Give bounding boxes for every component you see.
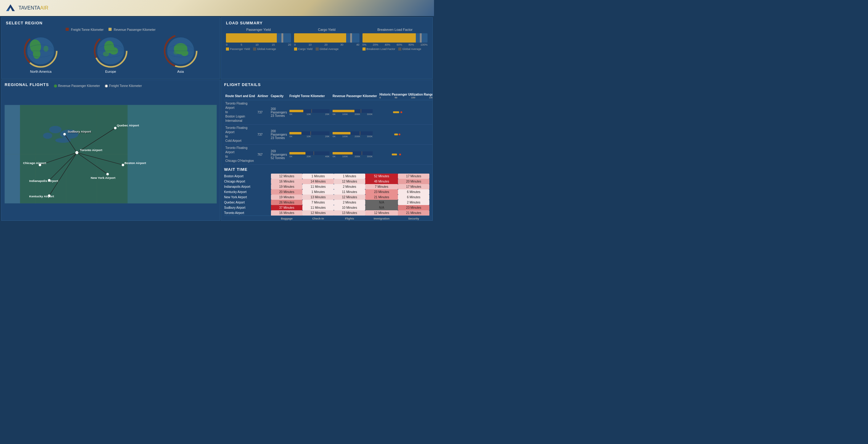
- wt-airport-name-0: Boston Airport: [224, 174, 271, 179]
- logo: TAVENTAAIR: [5, 2, 49, 13]
- globe-north-america[interactable]: North America: [24, 34, 58, 73]
- breakeven-title: Breakeven Load Factor: [363, 28, 428, 31]
- radio-rpk-circle: [54, 85, 57, 88]
- wt-cell-0-5: 17 Minutes: [398, 174, 429, 179]
- passenger-yield-avg-tick: [281, 33, 283, 42]
- radio-rpk[interactable]: Revenue Passenger Kilometer: [54, 84, 100, 88]
- wt-cell-3-5: 6 Minutes: [398, 189, 429, 195]
- wt-airport-name-7: Toronto Airport: [224, 210, 271, 216]
- globe-eu-svg: [94, 34, 128, 68]
- wt-cell-2-4: 7 Minutes: [365, 184, 398, 189]
- header: TAVENTAAIR: [0, 0, 434, 16]
- globe-europe[interactable]: Europe: [94, 34, 128, 73]
- right-column: FLIGHT DETAILS Route Start and End Airli…: [221, 80, 433, 221]
- cargo-yield-axis: 0 10 20 30 40: [294, 43, 359, 46]
- rpk-dot: [108, 28, 112, 31]
- fd-route-2: Toronto Floating AirporttoChicago O'Hari…: [224, 145, 256, 165]
- wt-cell-5-4: N/A: [365, 200, 398, 205]
- wt-cell-1-2: 14 Minutes: [302, 179, 334, 184]
- fd-route-0: Toronto Floating AirporttoBoston Logain …: [224, 100, 256, 124]
- wt-airport-name-6: Sudbury Airport: [224, 205, 271, 210]
- wt-cell-5-1: 26 Minutes: [271, 200, 302, 205]
- wt-cell-1-4: 48 Minutes: [365, 179, 398, 184]
- svg-text:Sudbury Airport: Sudbury Airport: [67, 130, 91, 133]
- avg-color: [253, 48, 256, 51]
- region-legend: Freight Tonne Kilometer Revenue Passenge…: [6, 28, 215, 31]
- wt-row-5: Quebec Airport26 Minutes7 Minutes2 Minut…: [224, 200, 429, 205]
- wt-airport-name-2: Indianapolis Airport: [224, 184, 271, 189]
- wt-cell-4-3: 12 Minutes: [334, 195, 365, 200]
- logo-text: TAVENTAAIR: [19, 5, 49, 11]
- wt-cell-7-5: 21 Minutes: [398, 210, 429, 216]
- fd-table-header: Route Start and End Airliner Capacity Fr…: [224, 92, 432, 100]
- fd-row-1: Toronto Floating AirporttoCold Airport73…: [224, 124, 432, 145]
- cargo-yield-avg-tick: [350, 33, 352, 42]
- col-rpk: Revenue Passenger Kilometer: [331, 92, 378, 100]
- flight-details-table: Route Start and End Airliner Capacity Fr…: [224, 92, 432, 165]
- wait-time-section: WAIT TIME Boston Airport12 Minutes1 Minu…: [221, 165, 432, 220]
- flight-details-table-wrap: Route Start and End Airliner Capacity Fr…: [221, 92, 432, 165]
- region-globes: North America Europe: [6, 34, 215, 73]
- passenger-yield-chart: Passenger Yield 0 5 10 15 20 Passenger Y…: [226, 28, 291, 51]
- wt-airport-name-4: New York Airport: [224, 195, 271, 200]
- ftk-dot: [66, 28, 69, 31]
- radio-ftk[interactable]: Freight Tonne Kilometer: [105, 84, 142, 88]
- fd-airliner-0: 737: [256, 100, 270, 124]
- logo-taventa: TAVENTA: [19, 5, 40, 10]
- cargo-yield-title: Cargo Yield: [294, 28, 359, 31]
- wait-time-title: WAIT TIME: [224, 167, 429, 172]
- wt-cell-0-3: 1 Minutes: [334, 174, 365, 179]
- map-svg: Sudbury Airport Quebec Airport Toronto A…: [5, 91, 217, 217]
- breakeven-avg-tick: [420, 33, 422, 42]
- wt-cell-3-4: 23 Minutes: [365, 189, 398, 195]
- passenger-yield-axis: 0 5 10 15 20: [226, 43, 291, 46]
- wt-cell-3-1: 20 Minutes: [271, 189, 302, 195]
- fd-airliner-1: 737: [256, 124, 270, 145]
- breakeven-chart: Breakeven Load Factor 0% 20% 40% 60% 80%…: [363, 28, 428, 51]
- globe-asia[interactable]: Asia: [164, 34, 197, 73]
- col-capacity: Capacity: [270, 92, 288, 100]
- fd-capacity-0: 200 Passengers23 Tonnes: [270, 100, 288, 124]
- legend-ftk: Freight Tonne Kilometer: [66, 28, 103, 31]
- wt-cell-2-2: 11 Minutes: [302, 184, 334, 189]
- col-util: Historic Passenger Utilization Range 0 5…: [378, 92, 432, 100]
- globe-na-label: North America: [30, 70, 52, 73]
- select-region-panel: SELECT REGION Freight Tonne Kilometer Re…: [1, 17, 220, 79]
- wt-cell-7-2: 12 Minutes: [302, 210, 334, 216]
- fd-route-1: Toronto Floating AirporttoCold Airport: [224, 124, 256, 145]
- wt-cell-0-1: 12 Minutes: [271, 174, 302, 179]
- fd-ftk-2: 0K20K40K: [288, 145, 331, 165]
- wt-cell-5-2: 7 Minutes: [302, 200, 334, 205]
- passenger-yield-title: Passenger Yield: [226, 28, 291, 31]
- cargo-yield-bar-fill: [294, 33, 346, 42]
- wt-cell-4-5: 6 Minutes: [398, 195, 429, 200]
- wt-cell-3-2: 1 Minutes: [302, 189, 334, 195]
- svg-point-6: [33, 49, 40, 59]
- wt-cell-7-1: 16 Minutes: [271, 210, 302, 216]
- legend-rpk: Revenue Passenger Kilometer: [108, 28, 155, 31]
- wt-airport-name-3: Kentucky Airport: [224, 189, 271, 195]
- util-axis: 0 50 100 150: [379, 96, 432, 99]
- svg-text:Indianapolis Airport: Indianapolis Airport: [29, 179, 58, 182]
- logo-icon: [5, 2, 16, 13]
- yield-color: [226, 48, 229, 51]
- rf-header: REGIONAL FLIGHTS Revenue Passenger Kilom…: [5, 82, 217, 89]
- svg-text:Quebec Airport: Quebec Airport: [117, 124, 139, 127]
- col-airliner: Airliner: [256, 92, 270, 100]
- col-route: Route Start and End: [224, 92, 256, 100]
- fd-rpk-1: 0K100K200K300K: [331, 124, 378, 145]
- wt-cell-4-2: 13 Minutes: [302, 195, 334, 200]
- globe-eu-label: Europe: [105, 70, 116, 73]
- passenger-yield-bar-fill: [226, 33, 277, 42]
- fd-capacity-2: 269 Passengers52 Tonnes: [270, 145, 288, 165]
- fd-ftk-1: 0K10K20K: [288, 124, 331, 145]
- wt-cell-7-4: 12 Minutes: [365, 210, 398, 216]
- wt-column-labels: Baggage Check-in Flights Immigration Sec…: [224, 216, 429, 221]
- wt-row-6: Sudbury Airport37 Minutes11 Minutes10 Mi…: [224, 205, 429, 210]
- wt-cell-6-3: 10 Minutes: [334, 205, 365, 210]
- svg-text:Kentucky Airport: Kentucky Airport: [29, 195, 54, 198]
- wt-cell-4-4: 21 Minutes: [365, 195, 398, 200]
- fd-util-2: [378, 145, 432, 165]
- regional-flights-panel: REGIONAL FLIGHTS Revenue Passenger Kilom…: [1, 80, 220, 221]
- wt-cell-2-5: 17 Minutes: [398, 184, 429, 189]
